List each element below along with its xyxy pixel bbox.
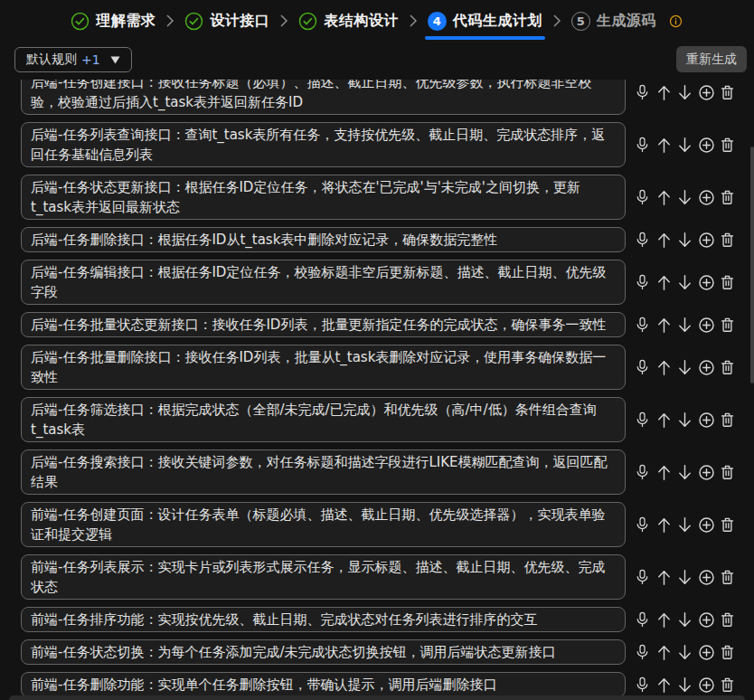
microphone-icon[interactable] [634, 137, 651, 154]
move-up-icon[interactable] [655, 676, 673, 694]
add-task-icon[interactable] [698, 569, 715, 586]
add-task-icon[interactable] [698, 464, 715, 481]
delete-task-icon[interactable] [719, 317, 736, 334]
rules-dropdown-label: 默认规则 [26, 52, 77, 68]
microphone-icon[interactable] [634, 411, 651, 429]
microphone-icon[interactable] [634, 359, 651, 376]
task-row: 前端-任务排序功能：实现按优先级、截止日期、完成状态对任务列表进行排序的交互 [21, 607, 736, 632]
move-up-icon[interactable] [655, 189, 673, 206]
add-task-icon[interactable] [698, 516, 715, 534]
delete-task-icon[interactable] [719, 516, 736, 534]
microphone-icon[interactable] [634, 611, 651, 629]
task-card[interactable]: 后端-任务删除接口：根据任务ID从t_task表中删除对应记录，确保数据完整性 [21, 227, 626, 252]
microphone-icon[interactable] [634, 569, 651, 586]
task-card[interactable]: 后端-任务批量删除接口：接收任务ID列表，批量从t_task表删除对应记录，使用… [21, 345, 626, 390]
move-up-icon[interactable] [655, 84, 673, 101]
move-up-icon[interactable] [655, 232, 673, 249]
task-card[interactable]: 前端-任务创建页面：设计任务表单（标题必填、描述、截止日期、优先级选择器），实现… [21, 502, 626, 547]
microphone-icon[interactable] [634, 189, 651, 206]
move-down-icon[interactable] [676, 611, 693, 629]
move-up-icon[interactable] [655, 274, 673, 291]
rules-dropdown[interactable]: 默认规则 +1 [14, 47, 132, 72]
move-down-icon[interactable] [676, 137, 693, 154]
task-card[interactable]: 后端-任务搜索接口：接收关键词参数，对任务标题和描述字段进行LIKE模糊匹配查询… [21, 449, 626, 495]
delete-task-icon[interactable] [719, 411, 736, 429]
delete-task-icon[interactable] [719, 84, 736, 101]
move-down-icon[interactable] [676, 359, 693, 376]
add-task-icon[interactable] [698, 411, 715, 429]
move-down-icon[interactable] [676, 569, 693, 586]
move-down-icon[interactable] [676, 317, 693, 334]
move-down-icon[interactable] [676, 411, 693, 429]
delete-task-icon[interactable] [719, 611, 736, 629]
move-down-icon[interactable] [676, 232, 693, 249]
delete-task-icon[interactable] [719, 359, 736, 376]
step-generate-source-code[interactable]: 5 生成源码 [571, 12, 656, 31]
move-down-icon[interactable] [676, 676, 693, 694]
task-card[interactable]: 前端-任务状态切换：为每个任务添加完成/未完成状态切换按钮，调用后端状态更新接口 [21, 639, 626, 665]
task-card[interactable]: 后端-任务批量状态更新接口：接收任务ID列表，批量更新指定任务的完成状态，确保事… [21, 312, 626, 337]
add-task-icon[interactable] [698, 274, 715, 291]
step-understand-requirements[interactable]: 理解需求 [71, 12, 156, 31]
microphone-icon[interactable] [634, 676, 651, 694]
move-down-icon[interactable] [676, 84, 693, 101]
move-up-icon[interactable] [655, 411, 673, 429]
microphone-icon[interactable] [634, 84, 651, 101]
add-task-icon[interactable] [698, 317, 715, 334]
microphone-icon[interactable] [634, 644, 651, 661]
task-card[interactable]: 前端-任务排序功能：实现按优先级、截止日期、完成状态对任务列表进行排序的交互 [21, 607, 626, 632]
delete-task-icon[interactable] [719, 464, 736, 481]
move-up-icon[interactable] [655, 137, 673, 154]
microphone-icon[interactable] [634, 232, 651, 249]
delete-task-icon[interactable] [719, 644, 736, 661]
move-up-icon[interactable] [655, 317, 673, 334]
add-task-icon[interactable] [698, 676, 715, 694]
task-card[interactable]: 后端-任务编辑接口：根据任务ID定位任务，校验标题非空后更新标题、描述、截止日期… [21, 260, 626, 305]
task-card[interactable]: 前端-任务列表展示：实现卡片或列表形式展示任务，显示标题、描述、截止日期、优先级… [21, 554, 626, 600]
delete-task-icon[interactable] [719, 569, 736, 586]
add-task-icon[interactable] [698, 611, 715, 629]
task-card[interactable]: 后端-任务筛选接口：根据完成状态（全部/未完成/已完成）和优先级（高/中/低）条… [21, 397, 626, 442]
add-task-icon[interactable] [698, 84, 715, 101]
task-card[interactable]: 后端-任务状态更新接口：根据任务ID定位任务，将状态在'已完成'与'未完成'之间… [21, 175, 626, 220]
delete-task-icon[interactable] [719, 137, 736, 154]
step-label: 代码生成计划 [453, 12, 542, 31]
task-card[interactable]: 后端-任务列表查询接口：查询t_task表所有任务，支持按优先级、截止日期、完成… [21, 122, 626, 167]
check-circle-icon [298, 12, 317, 31]
task-card[interactable]: 后端-任务创建接口：接收任务标题（必填）、描述、截止日期、优先级参数，执行标题非… [21, 80, 626, 115]
info-icon[interactable] [668, 14, 683, 29]
move-up-icon[interactable] [655, 644, 673, 661]
add-task-icon[interactable] [698, 232, 715, 249]
move-up-icon[interactable] [655, 359, 673, 376]
move-up-icon[interactable] [655, 569, 673, 586]
regenerate-button[interactable]: 重新生成 [676, 46, 747, 72]
add-task-icon[interactable] [698, 137, 715, 154]
step-table-schema-design[interactable]: 表结构设计 [298, 12, 399, 31]
delete-task-icon[interactable] [719, 676, 736, 694]
step-code-generation-plan[interactable]: 4 代码生成计划 [428, 12, 542, 31]
move-down-icon[interactable] [676, 274, 693, 291]
move-down-icon[interactable] [676, 516, 693, 534]
microphone-icon[interactable] [634, 317, 651, 334]
step-design-api[interactable]: 设计接口 [184, 12, 269, 31]
move-down-icon[interactable] [676, 189, 693, 206]
add-task-icon[interactable] [698, 359, 715, 376]
microphone-icon[interactable] [634, 274, 651, 291]
task-actions [634, 189, 736, 206]
task-text: 后端-任务批量删除接口：接收任务ID列表，批量从t_task表删除对应记录，使用… [31, 349, 606, 385]
delete-task-icon[interactable] [719, 189, 736, 206]
task-text: 后端-任务状态更新接口：根据任务ID定位任务，将状态在'已完成'与'未完成'之间… [31, 179, 580, 215]
scrollbar[interactable] [750, 147, 754, 383]
add-task-icon[interactable] [698, 189, 715, 206]
move-down-icon[interactable] [676, 644, 693, 661]
move-up-icon[interactable] [655, 464, 673, 481]
microphone-icon[interactable] [634, 516, 651, 534]
move-up-icon[interactable] [655, 611, 673, 629]
delete-task-icon[interactable] [719, 274, 736, 291]
delete-task-icon[interactable] [719, 232, 736, 249]
move-down-icon[interactable] [676, 464, 693, 481]
add-task-icon[interactable] [698, 644, 715, 661]
microphone-icon[interactable] [634, 464, 651, 481]
task-card[interactable]: 前端-任务删除功能：实现单个任务删除按钮，带确认提示，调用后端删除接口 [21, 672, 626, 697]
move-up-icon[interactable] [655, 516, 673, 534]
